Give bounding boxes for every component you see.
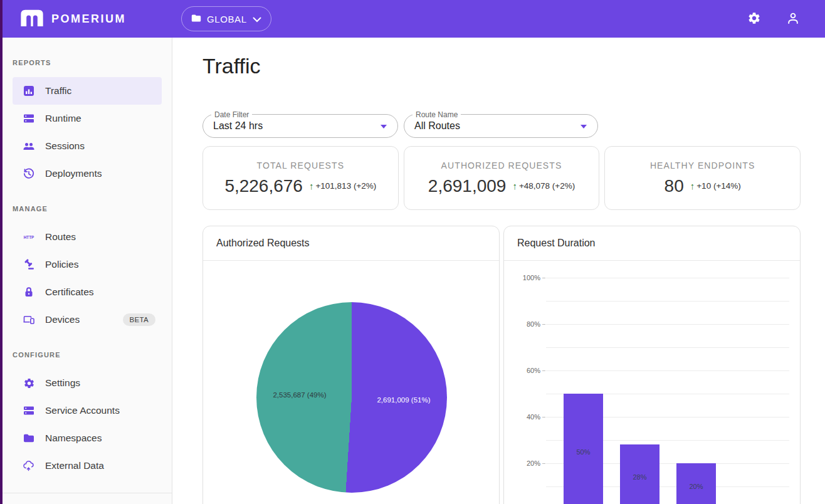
stat-title: TOTAL REQUESTS [257, 160, 345, 171]
stats-row: TOTAL REQUESTS 5,226,676 ↑+101,813 (+2%)… [202, 146, 801, 210]
sidebar-section-manage: MANAGE [13, 205, 162, 213]
stat-change: ↑+48,078 (+2%) [512, 181, 575, 191]
stat-card-authorized-requests: AUTHORIZED REQUESTS 2,691,009 ↑+48,078 (… [404, 146, 600, 210]
account-button[interactable] [780, 6, 806, 31]
history-clock-icon [23, 167, 35, 180]
gridline [546, 370, 789, 371]
y-axis-tick-label: 100% [509, 274, 540, 281]
pie-slice-label-unauthorized: 2,535,687 (49%) [273, 391, 326, 399]
sidebar-item-external-data[interactable]: External Data [13, 452, 162, 480]
beta-badge: BETA [123, 313, 155, 326]
brand-name: POMERIUM [51, 13, 126, 26]
people-icon [23, 140, 35, 152]
sidebar-item-namespaces[interactable]: Namespaces [13, 424, 162, 452]
sidebar-item-runtime[interactable]: Runtime [13, 105, 162, 132]
stat-change: ↑+10 (+14%) [690, 181, 741, 191]
charts-row: Authorized Requests 2,691,009 (51%) 2,53… [202, 226, 801, 504]
sidebar-section-configure: CONFIGURE [13, 351, 162, 359]
gavel-icon [23, 258, 35, 271]
chevron-down-icon [253, 14, 261, 24]
arrow-up-icon: ↑ [690, 181, 695, 191]
date-filter-value: Last 24 hrs [213, 120, 263, 132]
sidebar: REPORTS Traffic Runtime Sessions Deploym… [3, 38, 172, 504]
y-axis-tick-mark [542, 278, 545, 278]
sidebar-item-policies[interactable]: Policies [13, 251, 162, 278]
sidebar-item-label: Routes [45, 231, 76, 243]
sidebar-item-label: Traffic [45, 85, 71, 97]
sidebar-item-label: Devices [45, 314, 80, 325]
y-axis-tick-label: 60% [509, 367, 540, 374]
date-filter-label: Date Filter [211, 110, 252, 119]
route-name-value: All Routes [414, 120, 460, 132]
gear-icon [23, 377, 35, 389]
stat-change-text: +10 (+14%) [696, 181, 741, 191]
page-title: Traffic [202, 54, 801, 78]
gridline [546, 324, 789, 325]
stat-value: 5,226,676 [224, 176, 303, 196]
stat-change-text: +48,078 (+2%) [519, 181, 575, 191]
global-namespace-button[interactable]: GLOBAL [181, 6, 271, 31]
settings-button[interactable] [742, 6, 767, 31]
bar-value-label: 28% [620, 473, 659, 481]
left-edge-strip [0, 0, 3, 504]
http-icon: HTTP [23, 231, 35, 243]
filters-row: Date Filter Last 24 hrs Route Name All R… [202, 114, 801, 138]
sidebar-item-settings[interactable]: Settings [13, 369, 162, 397]
sidebar-item-label: Certificates [45, 286, 94, 298]
sidebar-item-label: Settings [45, 377, 80, 389]
chart-title: Request Duration [504, 226, 800, 261]
lock-icon [23, 286, 35, 298]
y-axis-tick-label: 80% [509, 320, 540, 328]
bar-value-label: 20% [676, 483, 716, 490]
pomerium-arches-icon [19, 8, 45, 29]
y-axis-tick-label: 20% [509, 459, 540, 467]
folder-icon [191, 14, 201, 24]
bar-chart-area: 100%80%60%40%20%50%28%20%2% [504, 261, 800, 504]
pie-chart: 2,691,009 (51%) 2,535,687 (49%) [256, 302, 447, 493]
route-name-select[interactable]: Route Name All Routes [404, 114, 598, 138]
dropdown-arrow-icon [581, 125, 587, 129]
authorized-requests-chart-card: Authorized Requests 2,691,009 (51%) 2,53… [202, 226, 500, 504]
storage-icon [23, 404, 35, 417]
stat-value: 2,691,009 [428, 176, 507, 196]
storage-icon [23, 112, 35, 125]
y-axis-tick-mark [542, 370, 545, 371]
y-axis-tick-mark [542, 417, 545, 417]
dropdown-arrow-icon [381, 125, 387, 129]
gridline [546, 278, 789, 278]
devices-icon [23, 313, 35, 326]
stat-title: HEALTHY ENDPOINTS [650, 160, 755, 171]
sidebar-item-sessions[interactable]: Sessions [13, 132, 162, 160]
pie-chart-area: 2,691,009 (51%) 2,535,687 (49%) [203, 261, 499, 504]
stat-card-healthy-endpoints: HEALTHY ENDPOINTS 80 ↑+10 (+14%) [604, 146, 801, 210]
gridline [546, 301, 789, 302]
stat-value: 80 [665, 176, 684, 196]
sidebar-item-deployments[interactable]: Deployments [13, 160, 162, 187]
arrow-up-icon: ↑ [512, 181, 517, 191]
pie-slice-label-authorized: 2,691,009 (51%) [377, 396, 430, 404]
bar-chart-plot: 100%80%60%40%20%50%28%20%2% [504, 261, 800, 504]
sidebar-item-routes[interactable]: HTTP Routes [13, 223, 162, 251]
sidebar-item-label: External Data [45, 460, 104, 471]
date-filter-select[interactable]: Date Filter Last 24 hrs [202, 114, 398, 138]
main-content: Traffic Date Filter Last 24 hrs Route Na… [172, 38, 825, 504]
arrow-up-icon: ↑ [309, 181, 314, 191]
stat-title: AUTHORIZED REQUESTS [441, 160, 562, 171]
sidebar-item-service-accounts[interactable]: Service Accounts [13, 397, 162, 424]
sidebar-item-traffic[interactable]: Traffic [13, 77, 162, 105]
y-axis-tick-label: 40% [509, 413, 540, 421]
bar-chart-icon [23, 85, 35, 97]
sidebar-item-devices[interactable]: Devices BETA [13, 306, 162, 333]
sidebar-item-label: Policies [45, 259, 78, 270]
bar-value-label: 50% [564, 448, 603, 456]
cloud-sync-icon [23, 459, 35, 472]
app-header: POMERIUM GLOBAL [0, 0, 825, 38]
sidebar-item-label: Deployments [45, 168, 102, 179]
chart-title: Authorized Requests [203, 226, 499, 261]
sidebar-item-certificates[interactable]: Certificates [13, 278, 162, 306]
gear-icon [747, 11, 761, 27]
svg-text:HTTP: HTTP [24, 235, 34, 239]
stat-change-text: +101,813 (+2%) [315, 181, 376, 191]
global-button-label: GLOBAL [207, 14, 247, 24]
gridline [546, 347, 789, 348]
